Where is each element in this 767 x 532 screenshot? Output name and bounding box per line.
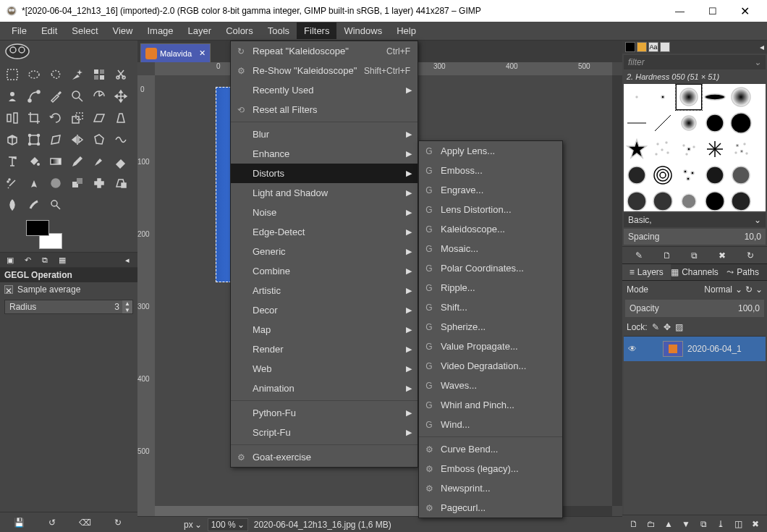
- menuitem-emboss[interactable]: GEmboss...: [419, 161, 562, 180]
- menuitem-noise[interactable]: Noise▶: [231, 203, 418, 222]
- lock-position-icon[interactable]: ✥: [664, 322, 671, 332]
- tab-device-status[interactable]: ↶: [20, 254, 35, 266]
- menuitem-reset-filters[interactable]: ⟲Reset all Filters: [231, 100, 418, 119]
- tool-flip[interactable]: [68, 130, 87, 149]
- menuitem-apply-lens[interactable]: GApply Lens...: [419, 141, 562, 161]
- menuitem-artistic[interactable]: Artistic▶: [231, 281, 418, 300]
- ruler-vertical[interactable]: 0 100 200 300 400 500: [137, 75, 155, 516]
- menuitem-whirl-and-pinch[interactable]: GWhirl and Pinch...: [419, 395, 562, 415]
- tab-menu-arrow[interactable]: ◂: [760, 42, 764, 52]
- menuitem-edge-detect[interactable]: Edge-Detect▶: [231, 222, 418, 242]
- duplicate-layer-button[interactable]: ⧉: [696, 518, 711, 531]
- lock-alpha-icon[interactable]: ▨: [675, 322, 683, 332]
- tool-smudge[interactable]: [25, 195, 43, 214]
- opacity-slider[interactable]: Opacity 100,0: [625, 300, 764, 317]
- menuitem-web[interactable]: Web▶: [231, 359, 418, 379]
- tool-dodge[interactable]: [46, 195, 65, 214]
- zoom-selector[interactable]: 100 % ⌄: [208, 518, 248, 531]
- close-tab-icon[interactable]: ✕: [199, 48, 205, 58]
- tool-bucket-fill[interactable]: [25, 152, 43, 171]
- menuitem-spherize[interactable]: GSpherize...: [419, 317, 562, 337]
- document-tab[interactable]: Malavida ✕: [140, 43, 211, 62]
- tool-scissors[interactable]: [111, 65, 130, 84]
- fg-color-swatch[interactable]: [26, 220, 49, 236]
- menuitem-distorts[interactable]: Distorts▶: [231, 164, 418, 183]
- sample-average-option[interactable]: ✕ Sample average: [0, 282, 137, 297]
- tool-zoom[interactable]: [68, 87, 87, 106]
- scrollbar-vertical[interactable]: [612, 75, 622, 506]
- menuitem-video-degradation[interactable]: GVideo Degradation...: [419, 356, 562, 376]
- menuitem-newsprint[interactable]: ⚙Newsprint...: [419, 478, 562, 498]
- menuitem-polar-coordinates[interactable]: GPolar Coordinates...: [419, 258, 562, 278]
- tool-heal[interactable]: [90, 174, 109, 193]
- tool-scale[interactable]: [68, 109, 87, 127]
- tool-measure[interactable]: [90, 87, 109, 106]
- mode-switch-button[interactable]: ↻: [745, 284, 753, 295]
- edit-brush-button[interactable]: ✎: [632, 249, 646, 262]
- tool-fuzzy-select[interactable]: [68, 65, 87, 84]
- checkbox-icon[interactable]: ✕: [4, 285, 13, 294]
- tool-blur[interactable]: [3, 195, 22, 214]
- menuitem-lens-distortion[interactable]: GLens Distortion...: [419, 200, 562, 219]
- menu-help[interactable]: Help: [389, 22, 423, 39]
- layer-name[interactable]: 2020-06-04_1: [687, 344, 742, 354]
- menuitem-recently-used[interactable]: Recently Used▶: [231, 80, 418, 100]
- tool-align[interactable]: [3, 109, 22, 127]
- menuitem-pagecurl[interactable]: ⚙Pagecurl...: [419, 498, 562, 518]
- menuitem-curve-bend[interactable]: ⚙Curve Bend...: [419, 439, 562, 459]
- tool-free-select[interactable]: [46, 65, 65, 84]
- tool-cage[interactable]: [90, 130, 109, 149]
- mask-button[interactable]: ◫: [731, 518, 745, 531]
- tab-images[interactable]: ▦: [55, 254, 69, 266]
- chevron-down-icon[interactable]: ⌄: [735, 284, 742, 295]
- tool-move[interactable]: [111, 87, 130, 106]
- save-preset-button[interactable]: 💾: [11, 515, 28, 530]
- menuitem-render[interactable]: Render▶: [231, 339, 418, 359]
- tool-text[interactable]: [3, 152, 22, 171]
- tool-eraser[interactable]: [111, 152, 130, 171]
- radius-slider[interactable]: Radius 3 ▲▼: [4, 300, 133, 314]
- tab-channels[interactable]: ▦ Channels: [671, 264, 719, 280]
- menuitem-map[interactable]: Map▶: [231, 320, 418, 339]
- chevron-down-icon[interactable]: ⌄: [754, 57, 761, 67]
- tool-ink[interactable]: [25, 174, 43, 193]
- menu-view[interactable]: View: [106, 22, 140, 39]
- menuitem-emboss-legacy[interactable]: ⚙Emboss (legacy)...: [419, 459, 562, 478]
- delete-brush-button[interactable]: ✖: [715, 249, 729, 262]
- brush-preset-selector[interactable]: Basic, ⌄: [624, 213, 766, 227]
- duplicate-brush-button[interactable]: ⧉: [687, 249, 702, 262]
- tool-perspective-clone[interactable]: [111, 174, 130, 193]
- merge-down-button[interactable]: ⤓: [713, 518, 728, 531]
- menuitem-goat-exercise[interactable]: ⚙Goat-exercise: [231, 447, 418, 467]
- tool-unified-transform[interactable]: [25, 130, 43, 149]
- lock-pixels-icon[interactable]: ✎: [652, 322, 659, 332]
- raise-layer-button[interactable]: ▲: [661, 518, 676, 531]
- menuitem-python-fu[interactable]: Python-Fu▶: [231, 403, 418, 423]
- delete-preset-button[interactable]: ⌫: [77, 515, 94, 530]
- chevron-down-icon[interactable]: ⌄: [755, 284, 763, 295]
- menuitem-mosaic[interactable]: GMosaic...: [419, 239, 562, 258]
- refresh-brushes-button[interactable]: ↻: [743, 249, 758, 262]
- tool-perspective[interactable]: [111, 109, 130, 127]
- tool-rect-select[interactable]: [3, 65, 22, 84]
- menuitem-value-propagate[interactable]: GValue Propagate...: [419, 337, 562, 356]
- tool-crop[interactable]: [25, 109, 43, 127]
- close-button[interactable]: ✕: [729, 0, 761, 22]
- menu-select[interactable]: Select: [64, 22, 105, 39]
- tool-mypaint[interactable]: [46, 174, 65, 193]
- visibility-toggle-icon[interactable]: 👁: [628, 344, 641, 354]
- menu-tools[interactable]: Tools: [260, 22, 297, 39]
- menuitem-engrave[interactable]: GEngrave...: [419, 180, 562, 200]
- spin-up-icon[interactable]: ▲: [122, 300, 132, 307]
- menuitem-reshow[interactable]: ⚙Re-Show "Kaleidoscope"Shift+Ctrl+F: [231, 61, 418, 80]
- color-swatches[interactable]: [26, 220, 62, 249]
- spin-down-icon[interactable]: ▼: [122, 307, 132, 313]
- menuitem-wind[interactable]: GWind...: [419, 415, 562, 434]
- menuitem-shift[interactable]: GShift...: [419, 297, 562, 317]
- tab-layers[interactable]: ≡ Layers: [622, 264, 671, 280]
- tab-patterns[interactable]: [637, 42, 647, 52]
- tab-document-history[interactable]: [660, 42, 670, 52]
- menu-windows[interactable]: Windows: [336, 22, 389, 39]
- reset-button[interactable]: ↻: [109, 515, 127, 530]
- menu-image[interactable]: Image: [140, 22, 180, 39]
